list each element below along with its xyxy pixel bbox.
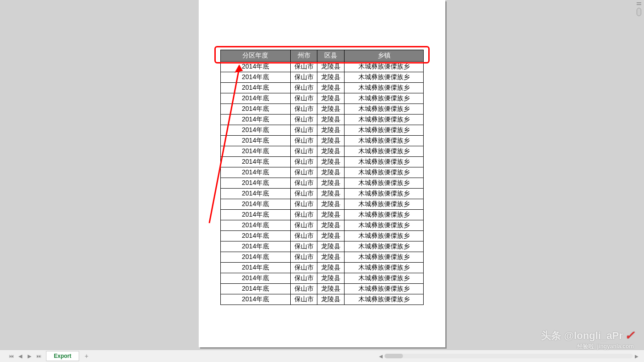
cell-city: 保山市 <box>290 104 317 115</box>
table-row: 2014年底保山市龙陵县木城彝族傈僳族乡 <box>221 167 424 178</box>
data-table: 分区年度 州市 区县 乡镇 2014年底保山市龙陵县木城彝族傈僳族乡2014年底… <box>220 50 424 305</box>
cell-town: 木城彝族傈僳族乡 <box>345 62 424 72</box>
cell-year: 2014年底 <box>221 273 291 284</box>
cell-year: 2014年底 <box>221 83 291 93</box>
cell-city: 保山市 <box>290 93 317 104</box>
table-row: 2014年底保山市龙陵县木城彝族傈僳族乡 <box>221 189 424 199</box>
cell-year: 2014年底 <box>221 220 291 231</box>
header-town: 乡镇 <box>345 50 424 62</box>
scroll-mark <box>637 2 641 3</box>
cell-city: 保山市 <box>290 72 317 83</box>
table-row: 2014年底保山市龙陵县木城彝族傈僳族乡 <box>221 146 424 157</box>
cell-county: 龙陵县 <box>317 189 345 199</box>
cell-year: 2014年底 <box>221 136 291 146</box>
cell-county: 龙陵县 <box>317 220 345 231</box>
cell-town: 木城彝族傈僳族乡 <box>345 241 424 252</box>
cell-year: 2014年底 <box>221 178 291 189</box>
document-viewport[interactable]: 分区年度 州市 区县 乡镇 2014年底保山市龙陵县木城彝族傈僳族乡2014年底… <box>0 0 644 350</box>
nav-prev-icon[interactable]: ◀ <box>16 351 25 361</box>
cell-town: 木城彝族傈僳族乡 <box>345 83 424 93</box>
hscroll-track[interactable] <box>385 354 633 358</box>
cell-county: 龙陵县 <box>317 146 345 157</box>
cell-town: 木城彝族傈僳族乡 <box>345 125 424 136</box>
watermark-site: 经验啦 jingyanla.com <box>577 343 634 351</box>
cell-county: 龙陵县 <box>317 167 345 178</box>
cell-year: 2014年底 <box>221 125 291 136</box>
cell-city: 保山市 <box>290 220 317 231</box>
cell-county: 龙陵县 <box>317 294 345 305</box>
cell-city: 保山市 <box>290 115 317 125</box>
cell-year: 2014年底 <box>221 294 291 305</box>
cell-city: 保山市 <box>290 231 317 241</box>
nav-last-icon[interactable]: ⏭ <box>34 351 43 361</box>
table-row: 2014年底保山市龙陵县木城彝族傈僳族乡 <box>221 263 424 273</box>
sheet-tab-export[interactable]: Export <box>46 351 79 361</box>
cell-city: 保山市 <box>290 294 317 305</box>
cell-county: 龙陵县 <box>317 241 345 252</box>
cell-year: 2014年底 <box>221 231 291 241</box>
cell-county: 龙陵县 <box>317 157 345 167</box>
header-county: 区县 <box>317 50 345 62</box>
cell-year: 2014年底 <box>221 62 291 72</box>
cell-town: 木城彝族傈僳族乡 <box>345 210 424 220</box>
cell-year: 2014年底 <box>221 263 291 273</box>
cell-year: 2014年底 <box>221 199 291 210</box>
table-row: 2014年底保山市龙陵县木城彝族傈僳族乡 <box>221 104 424 115</box>
nav-first-icon[interactable]: ⏮ <box>6 351 16 361</box>
cell-year: 2014年底 <box>221 189 291 199</box>
cell-year: 2014年底 <box>221 93 291 104</box>
hscroll-right-icon[interactable]: ▶ <box>635 354 638 359</box>
cell-city: 保山市 <box>290 136 317 146</box>
nav-next-icon[interactable]: ▶ <box>25 351 34 361</box>
table-row: 2014年底保山市龙陵县木城彝族傈僳族乡 <box>221 273 424 284</box>
table-header-row: 分区年度 州市 区县 乡镇 <box>221 50 424 62</box>
cell-town: 木城彝族傈僳族乡 <box>345 146 424 157</box>
cell-county: 龙陵县 <box>317 252 345 263</box>
cell-year: 2014年底 <box>221 146 291 157</box>
cell-town: 木城彝族傈僳族乡 <box>345 294 424 305</box>
cell-town: 木城彝族傈僳族乡 <box>345 284 424 294</box>
cell-county: 龙陵县 <box>317 104 345 115</box>
cell-city: 保山市 <box>290 241 317 252</box>
cell-city: 保山市 <box>290 146 317 157</box>
cell-year: 2014年底 <box>221 157 291 167</box>
cell-city: 保山市 <box>290 83 317 93</box>
table-row: 2014年底保山市龙陵县木城彝族傈僳族乡 <box>221 125 424 136</box>
cell-county: 龙陵县 <box>317 263 345 273</box>
watermark-text: 头条 @longli_aPr <box>541 329 623 343</box>
hscroll-left-icon[interactable]: ◀ <box>379 354 383 359</box>
data-table-wrapper: 分区年度 州市 区县 乡镇 2014年底保山市龙陵县木城彝族傈僳族乡2014年底… <box>220 50 424 305</box>
cell-city: 保山市 <box>290 157 317 167</box>
table-row: 2014年底保山市龙陵县木城彝族傈僳族乡 <box>221 136 424 146</box>
cell-city: 保山市 <box>290 210 317 220</box>
cell-county: 龙陵县 <box>317 62 345 72</box>
cell-town: 木城彝族傈僳族乡 <box>345 263 424 273</box>
table-row: 2014年底保山市龙陵县木城彝族傈僳族乡 <box>221 157 424 167</box>
table-row: 2014年底保山市龙陵县木城彝族傈僳族乡 <box>221 252 424 263</box>
cell-county: 龙陵县 <box>317 72 345 83</box>
hscroll-thumb[interactable] <box>385 354 403 358</box>
cell-town: 木城彝族傈僳族乡 <box>345 189 424 199</box>
cell-town: 木城彝族傈僳族乡 <box>345 157 424 167</box>
table-row: 2014年底保山市龙陵县木城彝族傈僳族乡 <box>221 83 424 93</box>
watermark-brand: 头条 @longli_aPr ✓ <box>541 328 635 343</box>
cell-county: 龙陵县 <box>317 284 345 294</box>
cell-town: 木城彝族傈僳族乡 <box>345 231 424 241</box>
cell-town: 木城彝族傈僳族乡 <box>345 104 424 115</box>
table-row: 2014年底保山市龙陵县木城彝族傈僳族乡 <box>221 72 424 83</box>
cell-year: 2014年底 <box>221 210 291 220</box>
cell-county: 龙陵县 <box>317 115 345 125</box>
cell-county: 龙陵县 <box>317 93 345 104</box>
cell-year: 2014年底 <box>221 104 291 115</box>
table-row: 2014年底保山市龙陵县木城彝族傈僳族乡 <box>221 62 424 72</box>
add-sheet-icon[interactable]: + <box>82 351 91 361</box>
table-row: 2014年底保山市龙陵县木城彝族傈僳族乡 <box>221 231 424 241</box>
vertical-scrollbar[interactable] <box>636 2 642 30</box>
cell-year: 2014年底 <box>221 284 291 294</box>
cell-city: 保山市 <box>290 178 317 189</box>
cell-county: 龙陵县 <box>317 210 345 220</box>
scroll-mark <box>637 4 641 5</box>
cell-town: 木城彝族傈僳族乡 <box>345 115 424 125</box>
scroll-thumb[interactable] <box>637 8 641 16</box>
cell-county: 龙陵县 <box>317 136 345 146</box>
